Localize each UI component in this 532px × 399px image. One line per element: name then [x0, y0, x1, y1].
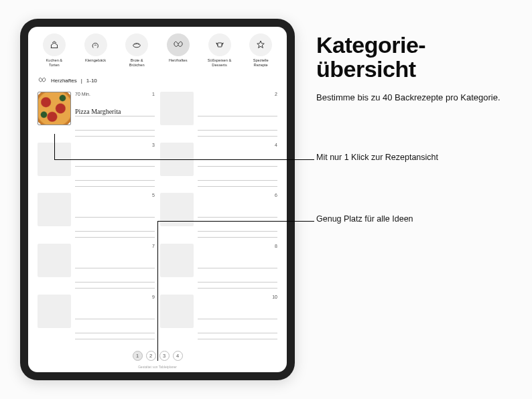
suesses-icon — [208, 33, 231, 56]
pretzel-icon — [38, 76, 47, 86]
category-label: SpezielleRezepte — [253, 58, 269, 68]
recipe-thumb — [160, 244, 194, 277]
category-label: Herzhaftes — [169, 58, 188, 63]
recipe-thumb — [160, 193, 194, 226]
recipe-title — [198, 108, 277, 116]
svg-rect-1 — [218, 43, 222, 47]
recipe-thumb — [160, 295, 194, 328]
connector-line — [54, 159, 314, 160]
connector-line — [54, 134, 55, 159]
category-label: Kuchen &Torten — [46, 58, 63, 68]
category-label: Süßspeisen &Desserts — [208, 58, 231, 68]
recipe-body: 70 Min. 1 Pizza Margherita — [75, 92, 155, 139]
recipe-slot[interactable]: 5 — [38, 193, 155, 240]
category-label: Kleingebäck — [85, 58, 106, 63]
recipe-body: 7 — [75, 244, 155, 291]
recipe-lines — [198, 281, 277, 289]
recipe-lines — [75, 179, 155, 187]
category-label: Brote &Brötchen — [129, 58, 145, 68]
annotation-space: Genug Platz für alle Ideen — [316, 214, 413, 224]
page-2[interactable]: 2 — [146, 351, 156, 361]
section-range: 1-10 — [86, 78, 97, 84]
footer-credit: Gestaltet von Tabletplaner — [28, 365, 287, 372]
recipe-lines — [75, 331, 155, 339]
recipe-slot[interactable]: 10 — [160, 295, 277, 341]
recipe-slot[interactable]: 2 — [160, 92, 277, 139]
section-header: Herzhaftes | 1-10 — [28, 72, 287, 89]
recipe-body: 2 — [198, 92, 277, 139]
recipe-slot[interactable]: 3 — [38, 143, 155, 189]
connector-line — [157, 221, 158, 361]
recipe-body: 8 — [198, 244, 277, 291]
recipe-title — [75, 311, 155, 319]
recipe-title: Pizza Margherita — [75, 108, 155, 116]
recipe-thumb — [38, 295, 71, 328]
category-kuchen[interactable]: Kuchen &Torten — [35, 33, 74, 68]
recipe-number: 9 — [152, 295, 155, 299]
recipe-time: 70 Min. — [75, 92, 90, 96]
section-divider: | — [81, 78, 82, 84]
recipe-number: 8 — [275, 244, 277, 248]
page-1[interactable]: 1 — [133, 351, 143, 361]
recipe-body: 5 — [75, 193, 155, 240]
recipe-lines — [75, 129, 155, 137]
category-kleingebaeck[interactable]: Kleingebäck — [76, 33, 115, 68]
recipe-number: 7 — [152, 244, 155, 248]
recipe-body: 9 — [75, 295, 155, 341]
recipe-body: 4 — [198, 143, 277, 189]
pizza-image — [38, 92, 71, 125]
spezielle-icon — [249, 33, 272, 56]
page-4[interactable]: 4 — [173, 351, 183, 361]
recipe-slot[interactable]: 7 — [38, 244, 155, 291]
recipe-lines — [75, 281, 155, 289]
recipe-title — [75, 159, 155, 167]
category-spezielle[interactable]: SpezielleRezepte — [241, 33, 280, 68]
recipe-number: 5 — [152, 193, 155, 197]
recipe-title — [198, 210, 277, 218]
page-3[interactable]: 3 — [159, 351, 170, 361]
recipe-lines — [75, 230, 155, 238]
recipe-thumb — [160, 92, 194, 125]
recipe-thumb — [38, 193, 71, 226]
kuchen-icon — [43, 33, 66, 56]
recipe-slot[interactable]: 4 — [160, 143, 277, 189]
category-suesses[interactable]: Süßspeisen &Desserts — [200, 33, 239, 68]
recipe-number: 3 — [152, 143, 155, 147]
recipe-body: 3 — [75, 143, 155, 189]
recipe-lines — [198, 331, 277, 339]
page-title: Kategorie- übersicht — [316, 33, 517, 81]
recipe-lines — [198, 230, 277, 238]
recipe-body: 10 — [198, 295, 277, 341]
recipe-body: 6 — [198, 193, 277, 240]
recipe-lines — [198, 179, 277, 187]
brote-icon — [125, 33, 148, 56]
recipe-title — [75, 260, 155, 268]
recipe-title — [198, 311, 277, 319]
recipe-slot[interactable]: 6 — [160, 193, 277, 240]
recipe-thumb — [38, 244, 71, 277]
recipe-title — [198, 260, 277, 268]
recipe-number: 1 — [152, 92, 155, 96]
category-herzhaftes[interactable]: Herzhaftes — [159, 33, 198, 68]
recipe-number: 10 — [272, 295, 277, 299]
recipe-number: 2 — [275, 92, 277, 96]
marketing-annotations: Kategorie- übersicht Bestimme bis zu 40 … — [316, 33, 517, 104]
connector-line — [157, 221, 314, 222]
recipe-number: 4 — [275, 143, 277, 147]
annotation-click: Mit nur 1 Klick zur Rezeptansicht — [316, 153, 438, 162]
recipe-lines — [198, 129, 277, 137]
section-title: Herzhaftes — [51, 78, 77, 84]
category-nav: Kuchen &Torten Kleingebäck Brote &Brötch… — [28, 27, 287, 72]
recipe-title — [198, 159, 277, 167]
recipe-thumb — [38, 92, 71, 125]
page-subtitle: Bestimme bis zu 40 Backrezepte pro Kateg… — [316, 92, 504, 104]
recipe-slot[interactable]: 70 Min. 1 Pizza Margherita — [38, 92, 155, 139]
category-brote[interactable]: Brote &Brötchen — [117, 33, 156, 68]
recipe-number: 6 — [275, 193, 277, 197]
recipe-title — [75, 210, 155, 218]
kleingebaeck-icon — [84, 33, 107, 56]
recipe-slot[interactable]: 8 — [160, 244, 277, 291]
recipe-slot[interactable]: 9 — [38, 295, 155, 341]
herzhaftes-icon — [167, 33, 190, 56]
